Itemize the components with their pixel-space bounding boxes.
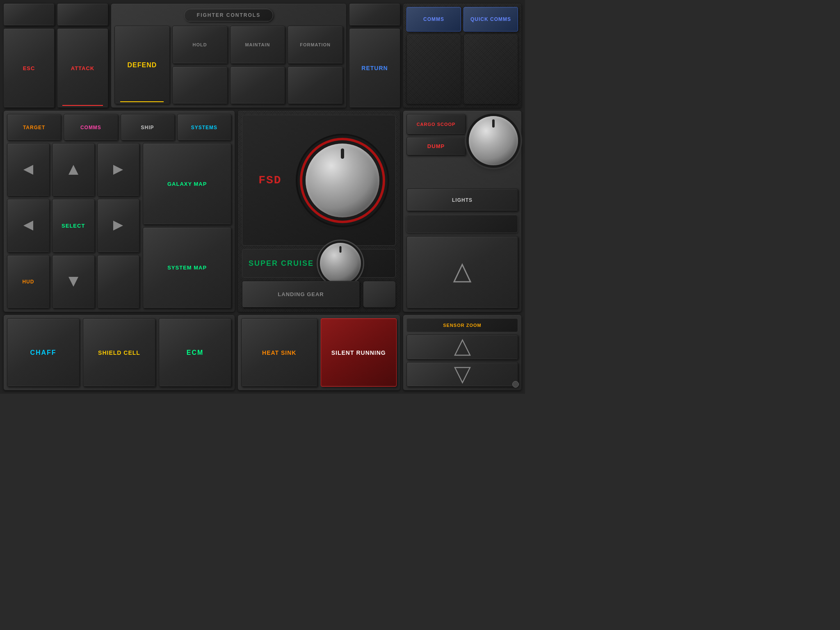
nav-comms-button[interactable]: COMMS (64, 114, 118, 141)
middle-row: TARGET COMMS SHIP SYSTEMS (3, 110, 522, 312)
comms-top-button[interactable]: COMMS (406, 7, 461, 32)
scroll-indicator (512, 381, 519, 388)
target-button[interactable]: TARGET (7, 114, 61, 141)
system-map-button[interactable]: SYSTEM MAP (143, 227, 231, 309)
svg-marker-0 (23, 165, 33, 175)
nav-panel: TARGET COMMS SHIP SYSTEMS (3, 110, 235, 312)
small-top-btn[interactable] (3, 3, 55, 26)
select-button[interactable]: SELECT (52, 199, 95, 252)
nav-arrow-down[interactable] (52, 255, 95, 308)
lights-button[interactable]: LIGHTS (406, 189, 518, 211)
systems-button[interactable]: SYSTEMS (177, 114, 231, 141)
quick-comms-display (463, 34, 518, 104)
svg-marker-5 (68, 277, 78, 287)
fsd-label: FSD (258, 174, 281, 187)
bottom-row: CHAFF SHIELD CELL ECM HEAT SINK SILENT R… (3, 315, 522, 390)
dump-button[interactable]: DUMP (406, 137, 466, 155)
top-row: ESC ATTACK FIGHTER CONTROLS DEFEND HOLD … (3, 3, 522, 108)
fighter-controls-label: FIGHTER CONTROLS (197, 12, 260, 18)
svg-marker-3 (23, 221, 33, 231)
maintain-sub-button[interactable] (230, 66, 285, 105)
sensor-zoom-panel: SENSOR ZOOM (403, 315, 522, 390)
right-controls-panel: CARGO SCOOP DUMP LIGHTS (403, 110, 522, 312)
sensor-zoom-down[interactable] (406, 362, 518, 387)
svg-marker-7 (455, 340, 470, 355)
nav-empty (97, 255, 140, 308)
hold-sub-button[interactable] (172, 66, 228, 105)
return-column: RETURN (349, 3, 400, 108)
quick-comms-button[interactable]: QUICK COMMS (463, 7, 518, 32)
svg-marker-2 (113, 165, 123, 175)
landing-gear-button[interactable]: LANDING GEAR (242, 281, 360, 308)
super-cruise-knob[interactable] (320, 243, 361, 284)
esc-column: ESC (3, 3, 55, 108)
lights-indicator (406, 215, 518, 233)
fsd-panel: FSD SUPER CRUISE LANDING GEAR (237, 110, 400, 312)
svg-marker-6 (454, 265, 470, 282)
attack-button[interactable]: ATTACK (57, 28, 108, 108)
maintain-button[interactable]: Maintain (230, 26, 285, 64)
hud-button[interactable]: HUD (7, 255, 50, 308)
silent-running-button[interactable]: SILENT RUNNING (321, 318, 397, 387)
fighter-controls-header: FIGHTER CONTROLS (184, 9, 273, 22)
galaxy-map-button[interactable]: GALAXY MAP (143, 143, 231, 225)
cargo-scoop-button[interactable]: CARGO SCOOP (406, 114, 466, 135)
shield-cell-button[interactable]: SHIELD CELL (83, 318, 155, 387)
cargo-scoop-knob[interactable] (469, 116, 518, 165)
nav-arrow-right[interactable] (97, 199, 140, 252)
comms-top-panel: COMMS QUICK COMMS (403, 3, 522, 108)
sensor-zoom-up[interactable] (406, 335, 518, 360)
ship-button[interactable]: SHIP (121, 114, 175, 141)
nav-arrow-left[interactable] (7, 199, 50, 252)
sensor-zoom-label: SENSOR ZOOM (409, 321, 515, 329)
nav-arrow-right-up[interactable] (97, 143, 140, 196)
return-top-btn[interactable] (349, 3, 400, 26)
attack-top-btn[interactable] (57, 3, 108, 26)
return-button[interactable]: RETURN (349, 28, 400, 108)
hold-button[interactable]: HOLD (172, 26, 228, 64)
weapons-panel: HEAT SINK SILENT RUNNING (237, 315, 400, 390)
landing-gear-indicator (363, 281, 396, 308)
svg-marker-4 (113, 221, 123, 231)
countermeasures-panel: CHAFF SHIELD CELL ECM (3, 315, 235, 390)
nav-arrow-left-up[interactable] (7, 143, 50, 196)
svg-marker-8 (455, 368, 470, 383)
attack-column: ATTACK (57, 3, 108, 108)
chaff-button[interactable]: CHAFF (7, 318, 80, 387)
esc-button[interactable]: ESC (3, 28, 55, 108)
heat-sink-button[interactable]: HEAT SINK (241, 318, 317, 387)
main-panel: ESC ATTACK FIGHTER CONTROLS DEFEND HOLD … (0, 0, 525, 394)
formation-sub-button[interactable] (288, 66, 343, 105)
fsd-knob[interactable] (306, 144, 379, 217)
ecm-button[interactable]: ECM (159, 318, 231, 387)
right-triangle-up[interactable] (406, 236, 518, 308)
comms-display (406, 34, 461, 104)
super-cruise-label: SUPER CRUISE (249, 259, 314, 268)
defend-button[interactable]: DEFEND (114, 26, 170, 104)
svg-marker-1 (68, 165, 78, 175)
nav-arrow-up[interactable] (52, 143, 95, 196)
fighter-controls-panel: FIGHTER CONTROLS DEFEND HOLD Maintain Fo… (111, 3, 347, 108)
formation-button[interactable]: Formation (288, 26, 343, 64)
